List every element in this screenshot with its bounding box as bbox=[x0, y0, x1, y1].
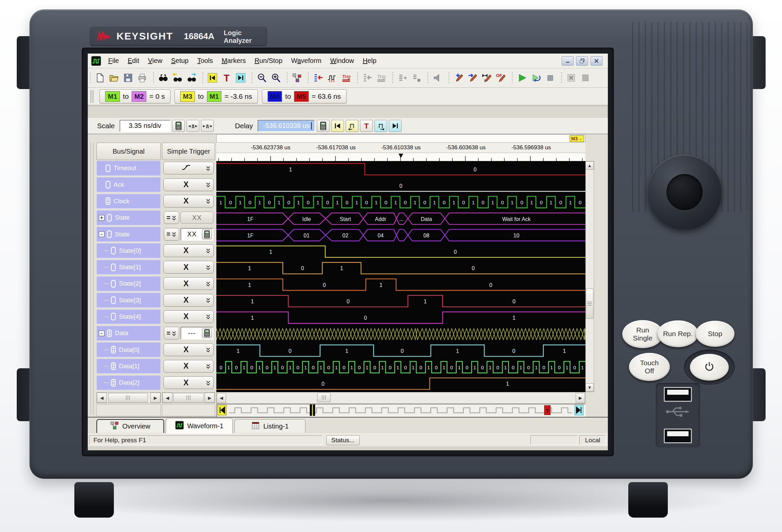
blank-icon[interactable] bbox=[578, 71, 592, 85]
goto-end-icon[interactable] bbox=[234, 71, 248, 85]
touch-off-button[interactable]: Touch Off bbox=[629, 353, 670, 381]
close-button[interactable] bbox=[591, 56, 603, 66]
menu-edit[interactable]: Edit bbox=[123, 55, 143, 66]
stop-button[interactable]: Stop bbox=[696, 321, 735, 347]
trigger-value-dropdown[interactable]: X bbox=[164, 244, 214, 257]
waveform-display[interactable]: 1001010101010101010101010101010101010101… bbox=[216, 161, 585, 392]
cancel-icon[interactable] bbox=[564, 71, 578, 85]
list-b-icon[interactable] bbox=[409, 71, 423, 85]
menu-tools[interactable]: Tools bbox=[193, 55, 217, 66]
scale-calculator-button[interactable] bbox=[172, 120, 185, 132]
signal-row-state[interactable]: -State bbox=[97, 227, 161, 242]
next-edge-button[interactable] bbox=[375, 120, 387, 132]
signal-row-clock[interactable]: Clock bbox=[97, 194, 161, 209]
goto-trigger-button[interactable]: T bbox=[360, 120, 373, 132]
trigger-value-dropdown[interactable]: X bbox=[164, 376, 214, 389]
goto-end-button[interactable] bbox=[389, 120, 401, 132]
trigger-operator-dropdown[interactable]: = bbox=[164, 211, 179, 224]
trigger-operator-dropdown[interactable]: = bbox=[164, 228, 179, 241]
find-icon[interactable] bbox=[156, 71, 170, 85]
listing-trigger-icon[interactable] bbox=[311, 71, 325, 85]
trigger-value-dropdown[interactable]: X bbox=[164, 179, 214, 191]
scale-input[interactable]: 3.35 ns/div bbox=[119, 120, 171, 132]
status-button[interactable]: Status... bbox=[326, 435, 360, 445]
goto-begin-button[interactable] bbox=[331, 120, 344, 132]
previous-edge-button[interactable] bbox=[346, 120, 358, 132]
trigger-value-dropdown[interactable]: X bbox=[164, 310, 214, 323]
run-repetitive-icon[interactable] bbox=[529, 71, 543, 85]
menu-file[interactable]: File bbox=[104, 55, 123, 66]
signal-row-state2[interactable]: State[2] bbox=[97, 276, 161, 291]
collapse-icon[interactable]: - bbox=[99, 231, 105, 237]
speaker-icon[interactable] bbox=[430, 71, 445, 85]
marker-readout-m4-m5[interactable]: M4toM5= 63.6 ns bbox=[262, 89, 347, 104]
trigger-value-dropdown[interactable]: X bbox=[164, 343, 214, 356]
menu-window[interactable]: Window bbox=[326, 55, 358, 66]
menu-markers[interactable]: Markers bbox=[217, 55, 250, 66]
menu-waveform[interactable]: Waveform bbox=[287, 55, 325, 66]
menu-help[interactable]: Help bbox=[358, 55, 381, 66]
listing-trigger-gray-icon[interactable] bbox=[360, 71, 374, 85]
list-a-icon[interactable] bbox=[395, 71, 409, 85]
stop-sq-icon[interactable] bbox=[543, 71, 557, 85]
signal-row-state3[interactable]: State[3] bbox=[97, 293, 161, 308]
tab-waveform-1[interactable]: Waveform-1 bbox=[166, 418, 233, 433]
trigger-pane-hscrollbar[interactable]: ◀ ▶ bbox=[162, 392, 215, 403]
trigger-pattern-value[interactable]: XX bbox=[180, 212, 213, 224]
marker-add-icon[interactable] bbox=[452, 71, 465, 85]
signal-row-state4[interactable]: State[4] bbox=[97, 309, 161, 325]
trigger-pattern-input[interactable]: --- bbox=[180, 327, 213, 340]
waveform-vscrollbar[interactable]: ▲ ▼ bbox=[585, 161, 594, 392]
run-single-button[interactable]: Run Single bbox=[622, 320, 663, 348]
minimize-button[interactable] bbox=[562, 56, 574, 66]
zoom-in-icon[interactable] bbox=[269, 71, 283, 85]
trigger-value-dropdown[interactable]: X bbox=[164, 261, 214, 273]
signal-row-state0[interactable]: State[0] bbox=[97, 243, 161, 258]
new-doc-icon[interactable] bbox=[93, 71, 107, 85]
find-prev-icon[interactable] bbox=[170, 71, 184, 85]
menu-setup[interactable]: Setup bbox=[167, 55, 193, 66]
signal-row-state[interactable]: +State bbox=[97, 210, 161, 225]
trig-gray-icon[interactable]: Trig bbox=[374, 71, 388, 85]
marker-chart-icon[interactable] bbox=[290, 71, 304, 85]
signal-row-timeout[interactable]: Timeout bbox=[97, 161, 161, 176]
delay-calculator-button[interactable] bbox=[317, 120, 329, 132]
m3-marker-flag[interactable]: M3→ bbox=[570, 135, 584, 142]
calculator-icon[interactable] bbox=[202, 229, 212, 239]
marker-readout-m1-m2[interactable]: M1toM2= 0 s bbox=[100, 89, 171, 104]
rotary-knob[interactable] bbox=[647, 155, 722, 230]
usb-port-bottom[interactable] bbox=[664, 428, 692, 443]
trigger-operator-dropdown[interactable]: = bbox=[164, 327, 179, 340]
signal-row-state1[interactable]: State[1] bbox=[97, 260, 161, 275]
waveform-hscrollbar[interactable]: ◀ ▶ bbox=[216, 392, 585, 404]
trigger-value-dropdown[interactable]: X bbox=[164, 294, 214, 307]
marker-width-icon[interactable]: T bbox=[479, 71, 494, 85]
zoom-out-time-button[interactable] bbox=[201, 120, 214, 132]
menu-view[interactable]: View bbox=[144, 55, 167, 66]
marker-of-icon[interactable]: OF bbox=[494, 71, 508, 85]
expand-icon[interactable]: + bbox=[99, 215, 105, 221]
trigger-edge-dropdown[interactable] bbox=[164, 162, 214, 175]
edge-trigger-icon[interactable] bbox=[325, 71, 339, 85]
marker-readout-m3-m1[interactable]: M3toM1= -3.6 ns bbox=[175, 89, 257, 104]
goto-trigger-icon[interactable]: T bbox=[219, 71, 234, 85]
zoom-out-icon[interactable] bbox=[254, 71, 269, 85]
find-next-icon[interactable] bbox=[184, 71, 198, 85]
calculator-icon[interactable] bbox=[202, 328, 212, 338]
run-rep-button[interactable]: Run Rep. bbox=[657, 320, 698, 347]
trig-red-icon[interactable]: Trig bbox=[339, 71, 353, 85]
tab-overview[interactable]: Overview bbox=[97, 419, 164, 433]
delay-input[interactable]: -536.610338 us bbox=[257, 120, 315, 132]
zoom-in-time-button[interactable] bbox=[186, 120, 199, 132]
menu-runstop[interactable]: Run/Stop bbox=[250, 55, 287, 66]
acquisition-overview-bar[interactable]: T bbox=[216, 404, 585, 417]
open-folder-icon[interactable] bbox=[107, 71, 121, 85]
goto-begin-icon[interactable] bbox=[205, 71, 219, 85]
print-icon[interactable] bbox=[135, 71, 149, 85]
signal-row-data1[interactable]: Data[1] bbox=[97, 358, 161, 374]
tab-listing-1[interactable]: Listing-1 bbox=[235, 419, 306, 433]
signal-row-ack[interactable]: Ack bbox=[97, 177, 161, 192]
collapse-icon[interactable]: - bbox=[99, 331, 105, 336]
usb-port-top[interactable] bbox=[664, 387, 692, 402]
run-icon[interactable] bbox=[515, 71, 529, 85]
